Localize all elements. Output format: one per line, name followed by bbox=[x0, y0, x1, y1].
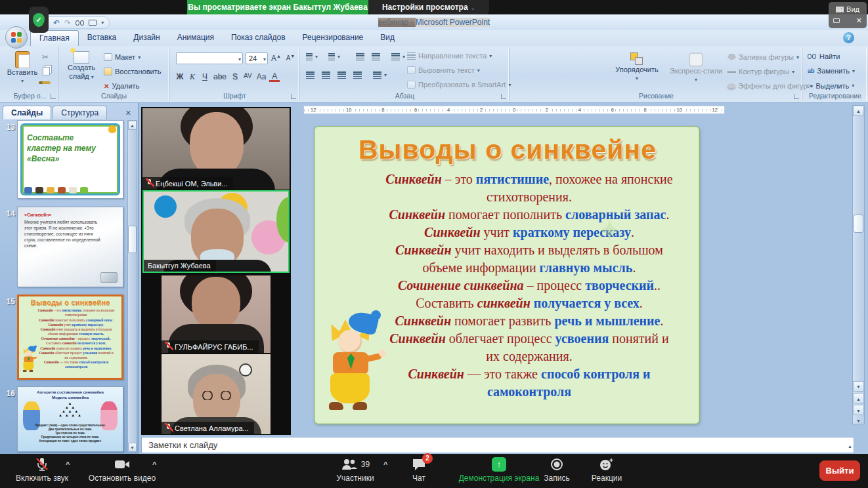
office-button[interactable] bbox=[5, 26, 28, 49]
close-icon[interactable]: ✕ bbox=[121, 107, 135, 119]
paste-button[interactable]: Вставить ▾ bbox=[7, 51, 38, 85]
help-icon[interactable]: ? bbox=[843, 32, 854, 43]
columns-button[interactable]: ▾ bbox=[373, 71, 387, 79]
bullets-button[interactable]: ▾ bbox=[306, 53, 318, 60]
tab-outline[interactable]: Структура bbox=[53, 106, 107, 119]
mic-options-caret[interactable]: ^ bbox=[66, 460, 70, 468]
smartart-button[interactable]: Преобразовать в SmartArt▾ bbox=[407, 81, 511, 89]
slide-thumbnail-15-selected[interactable]: Выводы о синквейнеСинквейн – это пятисти… bbox=[17, 295, 123, 380]
line-spacing-button[interactable]: ▾ bbox=[391, 53, 405, 60]
close-icon[interactable]: ✕ bbox=[856, 16, 862, 25]
previous-slide-button[interactable]: ▲▲ bbox=[853, 393, 864, 403]
justify-button[interactable] bbox=[353, 71, 362, 79]
notes-scroll-up-icon[interactable]: ▲ bbox=[848, 439, 852, 454]
font-format-button-0[interactable]: Ж bbox=[175, 72, 185, 82]
ruler-number: 0 bbox=[511, 106, 517, 113]
slide-thumbnail-14[interactable]: «Синквейн» Многие учителя любят использо… bbox=[17, 207, 123, 287]
slide-thumbnail-16[interactable]: Алгоритм составления синквейна Модель си… bbox=[17, 386, 123, 452]
ribbon-tab-Вставка[interactable]: Вставка bbox=[79, 30, 125, 46]
shape-outline-button[interactable]: Контур фигуры▾ bbox=[727, 68, 794, 75]
globe-clipart bbox=[24, 187, 32, 193]
font-format-button-3[interactable]: abe bbox=[212, 72, 228, 82]
format-painter-button[interactable] bbox=[42, 81, 51, 84]
dialog-launcher-icon[interactable] bbox=[291, 94, 296, 99]
slideshow-icon[interactable] bbox=[89, 20, 97, 26]
font-format-button-4[interactable]: S bbox=[230, 72, 240, 82]
participant-video-4[interactable]: Светлана Алламура... bbox=[162, 354, 271, 434]
leave-button[interactable]: Выйти bbox=[819, 460, 860, 481]
scroll-up-icon[interactable]: ▲ bbox=[853, 106, 864, 116]
select-button[interactable]: ▻Выделить▾ bbox=[808, 81, 854, 90]
scroll-down-icon[interactable]: ▼ bbox=[128, 443, 137, 452]
scroll-down-icon[interactable]: ▼ bbox=[853, 381, 864, 392]
font-format-button-5[interactable]: AV bbox=[242, 72, 253, 82]
next-slide-button[interactable]: ▼▼ bbox=[853, 405, 864, 415]
dialog-launcher-icon[interactable] bbox=[794, 94, 799, 99]
record-button[interactable]: Запись bbox=[537, 457, 576, 483]
chat-button[interactable]: 2 Чат bbox=[404, 457, 433, 483]
arrange-button[interactable]: Упорядочить▾ bbox=[611, 52, 663, 83]
delete-slide-button[interactable]: ✕Удалить bbox=[104, 82, 139, 90]
ribbon-tab-Дизайн[interactable]: Дизайн bbox=[125, 30, 168, 46]
ribbon-tab-Показ слайдов[interactable]: Показ слайдов bbox=[223, 30, 294, 46]
increase-indent-button[interactable] bbox=[372, 53, 380, 60]
slide-paragraph: Синквейн облегчает процесс усвоения поня… bbox=[37, 350, 116, 359]
reactions-button[interactable]: Реакции bbox=[586, 457, 628, 483]
undo-icon[interactable]: ↶ bbox=[53, 19, 60, 27]
copy-button[interactable] bbox=[43, 67, 50, 75]
participant-video-3[interactable]: ГУЛЬФАЙРУС ГАБИБ... bbox=[162, 275, 271, 353]
participants-options-caret[interactable]: ^ bbox=[383, 460, 387, 468]
dialog-launcher-icon[interactable] bbox=[51, 94, 56, 99]
ribbon-tab-Вид[interactable]: Вид bbox=[372, 30, 403, 46]
font-format-button-7[interactable]: A bbox=[269, 72, 280, 82]
align-right-button[interactable] bbox=[337, 71, 346, 79]
tab-slides[interactable]: Слайды bbox=[3, 106, 51, 119]
font-size-combo[interactable]: 24▾ bbox=[246, 52, 268, 64]
text-direction-button[interactable]: Направление текста▾ bbox=[407, 52, 492, 60]
cut-button[interactable]: ✂ bbox=[42, 52, 49, 62]
scrollbar-thumb[interactable] bbox=[854, 214, 863, 233]
redo-icon[interactable]: ↷ bbox=[64, 19, 71, 27]
slide-canvas[interactable]: Выводы о синквейнеСинквейн – это пятисти… bbox=[314, 126, 700, 424]
find-icon[interactable] bbox=[76, 20, 84, 26]
participants-button[interactable]: 39 Участники bbox=[326, 457, 385, 483]
ribbon-tab-Рецензирование[interactable]: Рецензирование bbox=[294, 30, 372, 46]
align-text-button[interactable]: Выровнять текст▾ bbox=[407, 66, 480, 74]
reset-button[interactable]: Восстановить bbox=[104, 68, 161, 75]
view-button-label: Вид bbox=[846, 5, 859, 13]
find-button[interactable]: Найти bbox=[808, 52, 840, 60]
vertical-scrollbar[interactable]: ▲ ▼ ▲▲ ▼▼ bbox=[852, 105, 865, 424]
document-title: вебинар - bbox=[378, 18, 416, 27]
dialog-launcher-icon[interactable] bbox=[501, 94, 506, 99]
scroll-up-icon[interactable]: ▲ bbox=[128, 121, 137, 130]
panel-scrollbar[interactable]: ▲ ▼ bbox=[127, 120, 137, 453]
stop-video-button[interactable]: Остановить видео bbox=[83, 457, 162, 483]
font-format-button-1[interactable]: К bbox=[187, 72, 198, 82]
share-screen-button[interactable]: ↑ Демонстрация экрана bbox=[450, 457, 548, 483]
video-options-caret[interactable]: ^ bbox=[152, 460, 156, 468]
shrink-font-button[interactable]: A▼ bbox=[285, 54, 296, 62]
participant-video-2[interactable]: Бакытгул Жубаева bbox=[142, 190, 290, 273]
align-left-button[interactable] bbox=[306, 71, 315, 79]
zoom-view-button[interactable]: Вид ✕ bbox=[829, 2, 867, 28]
decrease-indent-button[interactable] bbox=[356, 53, 364, 60]
scrollbar-thumb[interactable] bbox=[128, 226, 137, 253]
grow-font-button[interactable]: A▲ bbox=[271, 54, 282, 63]
shape-effects-button[interactable]: Эффекты для фигур▾ bbox=[727, 82, 813, 90]
font-format-button-2[interactable]: Ч bbox=[200, 72, 210, 82]
font-format-button-6[interactable]: Aa bbox=[255, 72, 268, 82]
slide-thumbnail-13[interactable]: Составьте кластер на тему «Весна» bbox=[17, 120, 123, 199]
new-slide-button[interactable]: Создать слайд ▾ bbox=[63, 51, 100, 81]
font-name-combo[interactable]: ▾ bbox=[176, 52, 243, 64]
view-settings-dropdown[interactable]: Настройки просмотра⌄ bbox=[368, 0, 489, 14]
quick-styles-button[interactable]: Экспресс-стили▾ bbox=[667, 52, 725, 84]
numbering-button[interactable]: ▾ bbox=[328, 53, 340, 60]
slide-notes-area[interactable]: Заметки к слайду ▲ bbox=[141, 437, 854, 453]
participant-video-1[interactable]: Еңбекші ОМ, Эльви... bbox=[142, 108, 290, 190]
layout-button[interactable]: Макет▾ bbox=[104, 53, 141, 61]
shape-fill-button[interactable]: Заливка фигуры▾ bbox=[727, 53, 799, 61]
align-center-button[interactable] bbox=[322, 71, 330, 79]
replace-button[interactable]: abЗаменить▾ bbox=[808, 67, 855, 75]
qat-more-icon[interactable]: ▾ bbox=[101, 20, 104, 26]
ribbon-tab-Анимация[interactable]: Анимация bbox=[169, 30, 223, 46]
